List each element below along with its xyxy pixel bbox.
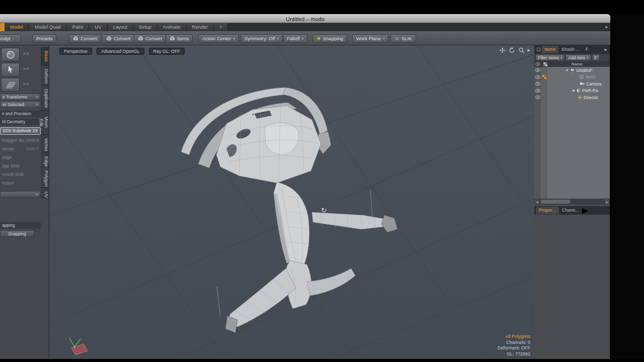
pan-icon[interactable]: [499, 47, 506, 53]
tab-f-cut[interactable]: F: [583, 46, 592, 53]
selected-dropdown[interactable]: er Selected ▾: [0, 101, 40, 108]
scrollbar-thumb[interactable]: [541, 200, 570, 204]
camera-icon: [580, 82, 585, 85]
vtab-duplicate[interactable]: Duplicate: [41, 85, 49, 111]
f-button-cut[interactable]: F: [592, 54, 600, 61]
visibility-eye-icon[interactable]: [534, 89, 541, 93]
tool-primitive-button[interactable]: [1, 48, 20, 61]
main-toolbar: Sculpt Presets Convert Convert Convert I…: [0, 31, 610, 45]
rotate-cursor-icon: ↻: [321, 206, 327, 214]
item-row-mesh[interactable]: Mesh: [534, 74, 610, 81]
workspace-tab-animate[interactable]: Animate: [157, 23, 187, 31]
caret-down-icon: ▾: [302, 37, 304, 41]
properties-tab-bar: Proper... Chann... ▶: [534, 206, 610, 214]
geometry-section-header: ld Geometry: [0, 119, 41, 125]
sculpt-button[interactable]: Sculpt: [0, 34, 21, 43]
disclosure-triangle[interactable]: ▼: [566, 68, 569, 72]
slik-button[interactable]: SLIK: [390, 34, 416, 43]
symmetry-dropdown[interactable]: Symmetry: Off ▾: [240, 34, 283, 43]
viewport-menu-arrow[interactable]: ▶: [528, 48, 530, 52]
caret-down-icon: ▾: [36, 103, 38, 107]
filter-items-dropdown[interactable]: Filter Items ▾: [535, 54, 565, 61]
window-titlebar[interactable]: Untitled – modo: [0, 14, 610, 23]
workspace-tab-model[interactable]: Model: [5, 23, 29, 31]
item-row-directional-light[interactable]: Directio: [534, 94, 610, 101]
tool-flyout-arrow[interactable]: >>: [23, 66, 29, 71]
mesh-flag-icon[interactable]: [541, 75, 547, 79]
caret-down-icon: ▾: [36, 95, 38, 99]
checker-icon: [543, 62, 547, 66]
snapping-button[interactable]: Snapping: [312, 34, 347, 43]
more-tools-dropdown[interactable]: ▾: [0, 191, 40, 198]
workspace-tab-paint[interactable]: Paint: [67, 23, 90, 31]
tab-shade[interactable]: Shade ...: [558, 46, 583, 53]
workspace-tab-add[interactable]: +: [214, 23, 228, 31]
viewport-nav-controls: ▶: [499, 47, 530, 53]
add-item-dropdown[interactable]: Add Item ▾: [566, 54, 591, 61]
3d-viewport[interactable]: Perspective Advanced OpenGL Ray GL: OFF …: [49, 45, 534, 359]
edge-slide-tool[interactable]: dge Slide: [0, 162, 41, 169]
cube-icon: [73, 36, 78, 41]
vtab-basic[interactable]: Basic: [41, 47, 49, 65]
mesh-icon: [580, 75, 584, 79]
zoom-icon[interactable]: [518, 47, 525, 53]
menu-overflow-arrow[interactable]: ▶: [604, 23, 610, 31]
vtab-polygon[interactable]: Polygon: [41, 167, 49, 188]
bridge-tool[interactable]: ridge: [0, 154, 41, 161]
vtab-uv[interactable]: UV: [41, 188, 49, 198]
item-row-camera[interactable]: Camera: [534, 80, 610, 87]
vtab-vertex[interactable]: Vertex: [41, 135, 49, 153]
items-button[interactable]: Items: [166, 34, 193, 43]
workspace-tab-render[interactable]: Render: [187, 23, 214, 31]
viewport-render: [49, 45, 534, 359]
polygon-bevel-tool[interactable]: Polygon Be..Shift-B: [0, 137, 41, 144]
raygl-toggle[interactable]: Ray GL: OFF: [149, 48, 185, 55]
tab-overflow-arrow[interactable]: ▶: [582, 206, 588, 215]
work-plane-dropdown[interactable]: Work Plane ▾: [352, 34, 388, 43]
convert-button-1[interactable]: Convert: [69, 34, 101, 43]
item-row-scene[interactable]: ▼ Untitled*: [534, 67, 610, 74]
transforms-dropdown[interactable]: e Transforms ▾: [0, 94, 40, 100]
convert-button-3[interactable]: Convert: [134, 34, 166, 43]
work-plane-axis-widget: [64, 335, 95, 358]
tool-flyout-arrow[interactable]: >>: [23, 81, 29, 86]
tab-channels[interactable]: Chann...: [559, 207, 582, 214]
smooth-shift-tool[interactable]: mooth Shift: [0, 171, 41, 178]
scroll-left-arrow[interactable]: ◀: [534, 199, 540, 205]
visibility-eye-icon[interactable]: [534, 96, 541, 99]
action-center-dropdown[interactable]: Action Center ▾: [198, 34, 239, 43]
item-list-scrollbar[interactable]: ◀ ▶: [534, 199, 610, 205]
convert-button-2[interactable]: Convert: [102, 34, 134, 43]
tool-flyout-arrow[interactable]: >>: [23, 51, 29, 56]
vtab-mesh-edit[interactable]: Mesh Edit: [41, 111, 49, 135]
workspace-tab-layout[interactable]: Layout: [108, 23, 134, 31]
workspace-tab-model-quad[interactable]: Model Quad: [29, 23, 67, 31]
workspace-tab-setup[interactable]: Setup: [133, 23, 157, 31]
item-row-render[interactable]: ▶ PwR-Ra: [534, 87, 610, 95]
presets-button[interactable]: Presets: [32, 34, 56, 43]
item-list-controls: Filter Items ▾ Add Item ▾ F: [534, 54, 610, 61]
extrude-tool[interactable]: xtrudeShift-X: [0, 145, 41, 152]
visibility-eye-icon[interactable]: [534, 68, 541, 72]
scroll-right-arrow[interactable]: ▶: [604, 199, 610, 205]
falloff-dropdown[interactable]: Falloff ▾: [283, 34, 307, 43]
shading-dropdown[interactable]: Advanced OpenGL: [97, 48, 144, 55]
perspective-dropdown[interactable]: Perspective: [59, 48, 92, 55]
sds-subdivide-button[interactable]: SDS Subdivide 2X: [0, 127, 41, 135]
visibility-eye-icon[interactable]: [534, 75, 541, 79]
vtab-edge[interactable]: Edge: [41, 153, 49, 167]
tool-select-button[interactable]: [1, 63, 20, 76]
tab-overflow-arrow[interactable]: ▶: [604, 48, 608, 52]
orbit-icon[interactable]: [509, 47, 515, 53]
thicken-tool[interactable]: hicken: [0, 179, 41, 187]
tab-properties[interactable]: Proper...: [536, 207, 559, 214]
vtab-deform[interactable]: Deform: [41, 65, 49, 85]
workspace-tab-uv[interactable]: UV: [89, 23, 107, 31]
left-toolbox-panel: >> >> >> e Transforms ▾ er Selected ▾ s …: [0, 45, 49, 359]
render-icon: [577, 88, 581, 93]
snapping-toggle-button[interactable]: Snapping: [0, 230, 34, 237]
tool-plane-button[interactable]: [1, 78, 20, 92]
tab-items[interactable]: Items: [541, 46, 558, 53]
visibility-eye-icon[interactable]: [534, 82, 541, 85]
disclosure-triangle[interactable]: ▶: [573, 88, 575, 93]
